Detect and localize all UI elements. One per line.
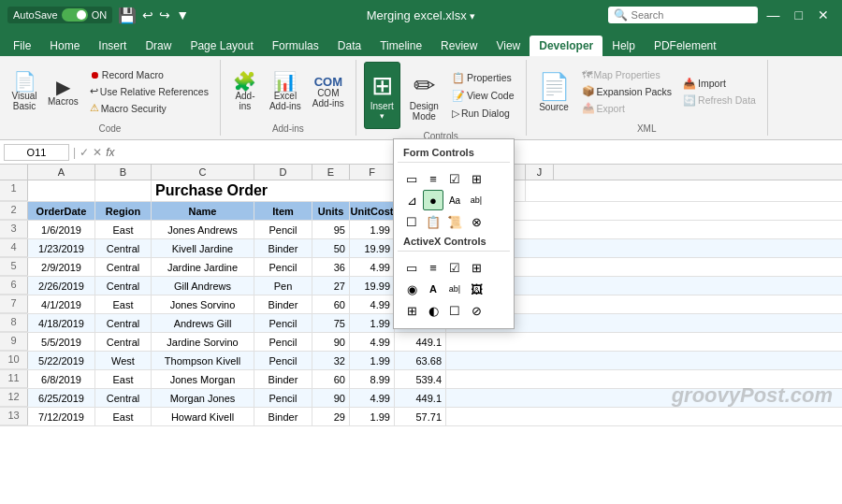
cell-unitcost-7[interactable]: 4.99 — [350, 295, 395, 313]
search-box[interactable]: 🔍 — [608, 7, 758, 23]
cell-date-5[interactable]: 2/9/2019 — [28, 258, 95, 276]
cell-units-13[interactable]: 29 — [312, 408, 350, 425]
cell-region-4[interactable]: Central — [95, 239, 152, 257]
form-icon-11[interactable]: 📜 — [444, 211, 465, 232]
tab-insert[interactable]: Insert — [89, 36, 136, 56]
search-input[interactable] — [632, 9, 744, 21]
cell-name-8[interactable]: Andrews Gill — [152, 314, 254, 332]
macro-security-button[interactable]: ⚠ Macro Security — [86, 100, 212, 116]
activex-icon-3[interactable]: ☑ — [444, 257, 465, 278]
col-f[interactable]: F — [350, 165, 395, 180]
cell-name-7[interactable]: Jones Sorvino — [152, 295, 254, 313]
activex-icon-2[interactable]: ≡ — [423, 257, 443, 278]
form-icon-8[interactable]: ab| — [466, 190, 486, 210]
tab-formulas[interactable]: Formulas — [263, 36, 328, 56]
col-a[interactable]: A — [28, 165, 95, 180]
macros-button[interactable]: ▶ Macros — [44, 75, 82, 109]
cell-region-3[interactable]: East — [95, 221, 152, 238]
cell-region-7[interactable]: East — [95, 295, 152, 313]
tab-home[interactable]: Home — [40, 36, 89, 56]
cell-name-4[interactable]: Kivell Jardine — [152, 239, 254, 257]
cell-item-7[interactable]: Binder — [254, 295, 312, 313]
cell-date-7[interactable]: 4/1/2019 — [28, 295, 95, 313]
add-ins-button[interactable]: 🧩 Add- ins — [228, 69, 262, 114]
header-name[interactable]: Name — [152, 202, 254, 220]
form-icon-5[interactable]: ⊿ — [401, 190, 422, 210]
save-icon[interactable]: 💾 — [118, 7, 137, 24]
cell-item-5[interactable]: Pencil — [254, 258, 312, 276]
header-region[interactable]: Region — [95, 202, 152, 220]
refresh-data-button[interactable]: 🔄 Refresh Data — [679, 93, 760, 108]
cell-item-3[interactable]: Pencil — [254, 221, 312, 238]
cell-name-12[interactable]: Morgan Jones — [152, 389, 254, 407]
cell-region-10[interactable]: West — [95, 352, 152, 369]
cell-total-10[interactable]: 63.68 — [395, 352, 446, 369]
cell-date-8[interactable]: 4/18/2019 — [28, 314, 95, 332]
cell-date-10[interactable]: 5/22/2019 — [28, 352, 95, 369]
cell-item-4[interactable]: Binder — [254, 239, 312, 257]
activex-icon-8[interactable]: 🖼 — [466, 279, 486, 299]
dropdown-arrow[interactable]: ▾ — [470, 10, 475, 22]
cell-date-3[interactable]: 1/6/2019 — [28, 221, 95, 238]
cell-item-8[interactable]: Pencil — [254, 314, 312, 332]
cell-unitcost-4[interactable]: 19.99 — [350, 239, 395, 257]
cell-units-8[interactable]: 75 — [312, 314, 350, 332]
close-button[interactable]: ✕ — [812, 7, 835, 22]
tab-timeline[interactable]: Timeline — [370, 36, 431, 56]
minimize-button[interactable]: — — [762, 7, 786, 22]
excel-add-ins-button[interactable]: 📊 Excel Add-ins — [266, 69, 305, 114]
cell-unitcost-3[interactable]: 1.99 — [350, 221, 395, 238]
cell-total-13[interactable]: 57.71 — [395, 408, 446, 425]
form-icon-10[interactable]: 📋 — [423, 211, 443, 232]
col-b[interactable]: B — [95, 165, 152, 180]
redo-icon[interactable]: ↪ — [159, 7, 170, 22]
header-item[interactable]: Item — [254, 202, 312, 220]
autosave-pill[interactable] — [62, 8, 88, 22]
header-units[interactable]: Units — [312, 202, 350, 220]
cell-date-9[interactable]: 5/5/2019 — [28, 333, 95, 351]
properties-button[interactable]: 📋 Properties — [448, 70, 518, 86]
col-c[interactable]: C — [152, 165, 254, 180]
tab-pdfelement[interactable]: PDFelement — [645, 36, 726, 56]
cell-ref-input[interactable] — [4, 144, 69, 161]
col-j[interactable]: J — [526, 165, 554, 180]
cell-units-6[interactable]: 27 — [312, 277, 350, 295]
tab-draw[interactable]: Draw — [136, 36, 181, 56]
cell-units-5[interactable]: 36 — [312, 258, 350, 276]
cell-region-6[interactable]: Central — [95, 277, 152, 295]
cell-region-12[interactable]: Central — [95, 389, 152, 407]
activex-icon-10[interactable]: ◐ — [423, 300, 443, 321]
cell-units-11[interactable]: 60 — [312, 370, 350, 388]
cell-name-13[interactable]: Howard Kivell — [152, 408, 254, 425]
cell-total-12[interactable]: 449.1 — [395, 389, 446, 407]
cell-region-5[interactable]: Central — [95, 258, 152, 276]
cell-units-7[interactable]: 60 — [312, 295, 350, 313]
tab-file[interactable]: File — [4, 36, 40, 56]
cell-region-11[interactable]: East — [95, 370, 152, 388]
use-relative-references-button[interactable]: ↩ Use Relative References — [86, 83, 212, 99]
header-orderdate[interactable]: OrderDate — [28, 202, 95, 220]
restore-button[interactable]: □ — [790, 7, 808, 22]
form-icon-4[interactable]: ⊞ — [466, 168, 486, 189]
activex-icon-7[interactable]: ab| — [444, 279, 465, 299]
tab-review[interactable]: Review — [431, 36, 486, 56]
cell-date-12[interactable]: 6/25/2019 — [28, 389, 95, 407]
cell-unitcost-10[interactable]: 1.99 — [350, 352, 395, 369]
tab-view[interactable]: View — [486, 36, 530, 56]
tab-page-layout[interactable]: Page Layout — [181, 36, 262, 56]
cell-units-4[interactable]: 50 — [312, 239, 350, 257]
form-icon-1[interactable]: ▭ — [401, 168, 422, 189]
tab-developer[interactable]: Developer — [530, 36, 602, 56]
cell-units-9[interactable]: 90 — [312, 333, 350, 351]
form-icon-7[interactable]: Aa — [444, 190, 465, 210]
cell-a1[interactable] — [28, 180, 95, 201]
cell-units-10[interactable]: 32 — [312, 352, 350, 369]
design-mode-button[interactable]: ✏ Design Mode — [404, 62, 444, 129]
cell-region-8[interactable]: Central — [95, 314, 152, 332]
source-button[interactable]: 📄 Source — [534, 68, 574, 115]
cell-date-6[interactable]: 2/26/2019 — [28, 277, 95, 295]
cell-date-4[interactable]: 1/23/2019 — [28, 239, 95, 257]
more-icon[interactable]: ▼ — [176, 7, 189, 22]
cell-region-9[interactable]: Central — [95, 333, 152, 351]
cell-unitcost-12[interactable]: 4.99 — [350, 389, 395, 407]
